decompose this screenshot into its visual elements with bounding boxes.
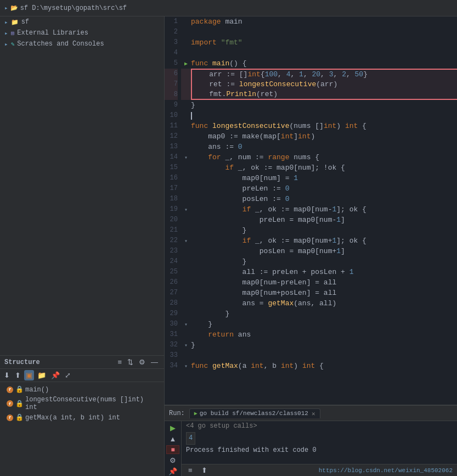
- gutter-4: [181, 48, 191, 58]
- structure-header: Structure ≡ ⇅ ⚙ —: [0, 356, 164, 369]
- top-bar: ▸ 📂 sf D:\mysetup\gopath\src\sf: [0, 0, 457, 16]
- code-line-21: }: [191, 225, 457, 236]
- structure-sub-toolbar: ⬇ ⬆ ▣ 📁 📌 ⤢: [0, 369, 164, 382]
- gutter-17: [181, 183, 191, 194]
- arrow-right-icon: ▸: [4, 19, 8, 26]
- struct-folder-btn[interactable]: 📁: [36, 370, 48, 380]
- gutter-15: [181, 163, 191, 173]
- gutter-32-fold[interactable]: ▾: [181, 340, 191, 350]
- structure-sort-alpha-btn[interactable]: ≡: [116, 358, 123, 366]
- struct-item-getmax[interactable]: f 🔒 getMax(a int, b int) int: [0, 412, 164, 423]
- code-line-27: map0[num+posLen] = all: [191, 288, 457, 298]
- struct-filter-btn[interactable]: ▣: [24, 370, 34, 380]
- top-bar-path: sf D:\mysetup\gopath\src\sf: [20, 4, 127, 12]
- gutter-2: [181, 27, 191, 37]
- run-content: ▶ ▲ ■ ⚙ 📌 <4 go setup calls> 4: [165, 421, 457, 476]
- status-link: https://blog.csdn.net/weixin_48502062: [319, 467, 453, 474]
- run-bottom-up-btn[interactable]: ⬆: [199, 466, 210, 475]
- struct-expand-btn[interactable]: ⤢: [63, 370, 72, 380]
- code-wrapper[interactable]: 1 2 3 4 5 6 7 8 9 10 11 12 13 14 15 16 1…: [165, 16, 457, 405]
- sidebar-top: ▸ 📁 sf ▸ ⊞ External Libraries ▸ ✎ Scratc…: [0, 16, 164, 355]
- run-cmd-text: <4 go setup calls>: [186, 422, 257, 430]
- run-bottom-list-btn[interactable]: ≡: [186, 466, 195, 475]
- code-column[interactable]: package main import "fmt" func main() { …: [191, 16, 457, 405]
- code-line-31: return ans: [191, 329, 457, 340]
- struct-badge-main: f: [7, 387, 13, 393]
- gutter-18: [181, 194, 191, 204]
- main-layout: ▸ 📁 sf ▸ ⊞ External Libraries ▸ ✎ Scratc…: [0, 16, 457, 476]
- run-num-text: 4: [186, 432, 195, 445]
- gutter-21: [181, 225, 191, 236]
- structure-toolbar: ≡ ⇅ ⚙ —: [116, 358, 160, 366]
- structure-settings-btn[interactable]: ⚙: [137, 358, 147, 366]
- run-settings-btn[interactable]: ⚙: [166, 456, 179, 465]
- sidebar-item-scratches[interactable]: ▸ ✎ Scratches and Consoles: [0, 38, 164, 49]
- sidebar-label-sf: sf: [21, 18, 29, 26]
- run-tab[interactable]: ▶ go build sf/newclass2/class012 ✕: [189, 408, 320, 418]
- code-line-10: [191, 110, 457, 121]
- struct-label-main: main(): [25, 386, 49, 394]
- code-line-19: if _, ok := map0[num-1]; ok {: [191, 204, 457, 215]
- code-line-32: }: [191, 340, 457, 350]
- gutter-22-fold[interactable]: ▾: [181, 236, 191, 246]
- gutter-30-fold[interactable]: ▾: [181, 319, 191, 329]
- struct-item-longest[interactable]: f 🔒 longestConsecutive(nums []int) int: [0, 395, 164, 412]
- struct-badge-longest: f: [7, 400, 13, 407]
- struct-sort-up-btn[interactable]: ⬆: [13, 370, 22, 380]
- code-line-23: posLen = map0[num+1]: [191, 246, 457, 256]
- gutter-34-fold[interactable]: ▾: [181, 361, 191, 371]
- run-bottom-toolbar: ≡ ⬆: [186, 466, 210, 475]
- code-line-2: [191, 27, 457, 37]
- run-up-btn[interactable]: ▲: [166, 434, 179, 444]
- struct-badge-getmax: f: [7, 415, 13, 421]
- structure-title: Structure: [4, 359, 40, 366]
- run-label: Run:: [169, 410, 185, 417]
- gutter-9: [181, 100, 191, 110]
- gutter-11: [181, 121, 191, 131]
- struct-label-longest: longestConsecutive(nums []int) int: [25, 396, 157, 411]
- struct-pin-btn[interactable]: 📌: [49, 370, 61, 380]
- run-tab-bar: Run: ▶ go build sf/newclass2/class012 ✕: [165, 406, 457, 421]
- gutter-7: [181, 79, 191, 89]
- gutter-5-run[interactable]: ▶: [181, 58, 191, 69]
- code-line-5: func main() {: [191, 58, 457, 69]
- gutter-29: [181, 309, 191, 319]
- gutter: ▶ ▾ ▾ ▾: [181, 16, 191, 405]
- run-pin-btn[interactable]: 📌: [166, 467, 179, 476]
- run-output: <4 go setup calls> 4 Process finished wi…: [182, 421, 457, 464]
- code-line-8: fmt.Println(ret): [191, 89, 457, 100]
- folder-icon: ▸: [4, 4, 8, 12]
- run-stop-btn[interactable]: ■: [166, 445, 179, 454]
- struct-item-main[interactable]: f 🔒 main(): [0, 384, 164, 395]
- sidebar: ▸ 📁 sf ▸ ⊞ External Libraries ▸ ✎ Scratc…: [0, 16, 165, 476]
- gutter-12: [181, 131, 191, 142]
- code-line-29: }: [191, 309, 457, 319]
- code-line-12: map0 := make(map[int]int): [191, 131, 457, 142]
- sidebar-label-ext-libs: External Libraries: [17, 29, 88, 37]
- scratches-icon: ✎: [11, 41, 15, 48]
- sidebar-item-sf[interactable]: ▸ 📁 sf: [0, 16, 164, 27]
- editor-area: 1 2 3 4 5 6 7 8 9 10 11 12 13 14 15 16 1…: [165, 16, 457, 476]
- gutter-8: [181, 89, 191, 100]
- gutter-23: [181, 246, 191, 256]
- run-play-btn[interactable]: ▶: [166, 423, 179, 433]
- structure-panel: Structure ≡ ⇅ ⚙ — ⬇ ⬆ ▣ 📁 📌 ⤢ f 🔒: [0, 355, 164, 476]
- structure-close-btn[interactable]: —: [149, 358, 160, 366]
- code-line-22: if _, ok := map0[num+1]; ok {: [191, 236, 457, 246]
- code-line-25: all := preLen + posLen + 1: [191, 267, 457, 277]
- code-line-33: [191, 350, 457, 361]
- structure-sort-type-btn[interactable]: ⇅: [126, 358, 135, 366]
- gutter-24: [181, 256, 191, 267]
- code-line-13: ans := 0: [191, 142, 457, 152]
- run-output-num: 4: [186, 432, 453, 445]
- code-line-6: arr := []int{100, 4, 1, 20, 3, 2, 50}: [191, 69, 457, 79]
- sidebar-item-external-libraries[interactable]: ▸ ⊞ External Libraries: [0, 27, 164, 38]
- run-output-cmd: <4 go setup calls>: [186, 421, 453, 432]
- code-line-28: ans = getMax(ans, all): [191, 298, 457, 309]
- gutter-19-fold[interactable]: ▾: [181, 204, 191, 215]
- gutter-14-fold[interactable]: ▾: [181, 152, 191, 163]
- struct-sort-down-btn[interactable]: ⬇: [2, 370, 12, 380]
- code-line-18: posLen := 0: [191, 194, 457, 204]
- run-tab-close-icon[interactable]: ✕: [312, 410, 315, 417]
- run-finish-text: Process finished with exit code 0: [186, 446, 317, 454]
